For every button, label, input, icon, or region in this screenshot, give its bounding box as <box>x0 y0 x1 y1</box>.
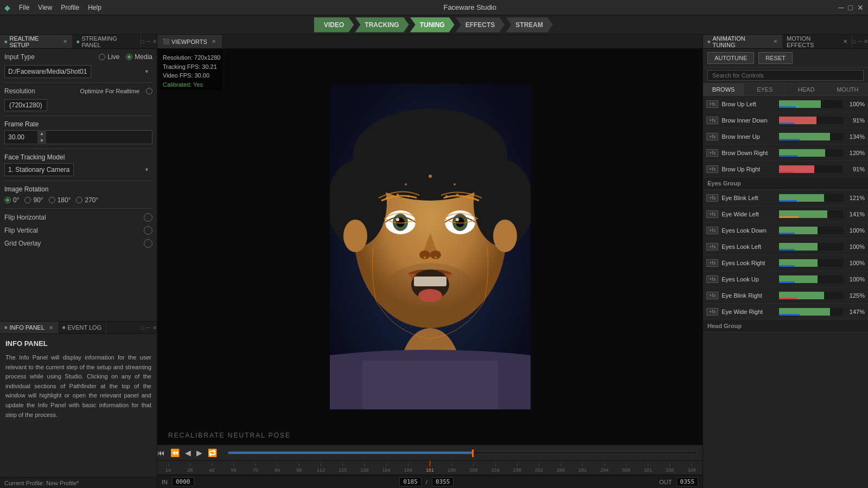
input-type-media[interactable]: Media <box>126 53 152 61</box>
optimize-radio[interactable] <box>146 88 152 94</box>
fx-button[interactable]: +fx <box>706 227 718 234</box>
anim-bar-container[interactable] <box>779 194 843 202</box>
fx-button[interactable]: +fx <box>706 259 718 267</box>
info-panel-minimize[interactable]: ─ <box>146 325 150 331</box>
fx-button[interactable]: +fx <box>706 165 718 173</box>
cat-mouth[interactable]: MOUTH <box>827 84 868 95</box>
anim-bar-container[interactable] <box>779 165 843 173</box>
reset-button[interactable]: RESET <box>758 52 793 64</box>
transport-play[interactable]: ▶ <box>196 448 202 457</box>
fx-button[interactable]: +fx <box>706 243 718 251</box>
rotation-180[interactable]: 180° <box>49 196 71 204</box>
frame-rate-input[interactable] <box>5 133 37 141</box>
close-button[interactable]: ✕ <box>857 3 864 12</box>
info-panel-float[interactable]: □ <box>141 325 144 331</box>
flip-horizontal-checkbox[interactable] <box>144 213 152 222</box>
rotation-0[interactable]: 0° <box>4 196 19 204</box>
menu-file[interactable]: File <box>19 4 29 11</box>
anim-bar-container[interactable] <box>779 227 843 234</box>
tab-info-panel[interactable]: ■ INFO PANEL ✕ <box>0 322 58 333</box>
frame-rate-up[interactable]: ▲ <box>37 130 46 137</box>
fx-button[interactable]: +fx <box>706 194 718 202</box>
anim-tuning-close[interactable]: ✕ <box>773 38 777 44</box>
right-panel-minimize[interactable]: ─ <box>858 38 861 44</box>
in-point[interactable]: 0000 <box>172 477 194 486</box>
fx-button[interactable]: +fx <box>706 133 718 140</box>
rotation-90[interactable]: 90° <box>24 196 43 204</box>
fx-button[interactable]: +fx <box>706 292 718 299</box>
cat-eyes[interactable]: EYES <box>744 84 786 95</box>
menu-profile[interactable]: Profile <box>61 4 79 11</box>
cat-head[interactable]: HEAD <box>786 84 827 95</box>
scrubber-track[interactable] <box>228 451 697 454</box>
anim-bar-container[interactable] <box>779 210 843 218</box>
left-panel-minimize[interactable]: ─ <box>146 38 150 44</box>
anim-bar-container[interactable] <box>779 259 843 267</box>
rotation-0-radio[interactable] <box>4 197 11 203</box>
timeline-mark: 238 <box>506 461 528 474</box>
viewport-close[interactable]: ✕ <box>212 38 216 44</box>
rotation-270-radio[interactable] <box>76 197 82 203</box>
tab-streaming-panel[interactable]: ■ STREAMING PANEL <box>72 35 141 48</box>
anim-bar-container[interactable] <box>779 117 843 124</box>
input-media-radio[interactable] <box>126 54 132 60</box>
rotation-270[interactable]: 270° <box>76 196 98 204</box>
pipeline-step-tracking[interactable]: TRACKING <box>355 17 409 33</box>
realtime-setup-close[interactable]: ✕ <box>63 38 67 44</box>
autotune-button[interactable]: AUTOTUNE <box>707 52 754 64</box>
cat-brows[interactable]: BROWS <box>703 84 744 95</box>
right-panel-float[interactable]: □ <box>852 38 856 44</box>
tab-event-log[interactable]: ■ EVENT LOG <box>58 322 106 333</box>
transport-loop[interactable]: 🔁 <box>208 448 217 457</box>
tab-realtime-setup[interactable]: ■ REALTIME SETUP ✕ <box>0 35 72 48</box>
tab-animation-tuning[interactable]: ■ ANIMATION TUNING ✕ <box>703 35 782 48</box>
fx-button[interactable]: +fx <box>706 117 718 124</box>
current-frame[interactable]: 0185 <box>399 477 422 486</box>
menu-view[interactable]: View <box>38 4 52 11</box>
grid-overlay-checkbox[interactable] <box>144 239 152 248</box>
anim-bar-container[interactable] <box>779 243 843 251</box>
tracking-model-dropdown[interactable]: 1. Stationary Camera <box>4 163 74 176</box>
fx-button[interactable]: +fx <box>706 308 718 316</box>
rotation-180-radio[interactable] <box>49 197 55 203</box>
anim-bar-container[interactable] <box>779 149 843 157</box>
fx-button[interactable]: +fx <box>706 275 718 283</box>
transport-step-back[interactable]: ⏪ <box>170 448 180 457</box>
timeline-mark: 349 <box>681 461 703 474</box>
pipeline-step-effects[interactable]: EFFECTS <box>456 17 505 33</box>
anim-bar-container[interactable] <box>779 292 843 299</box>
info-panel-close[interactable]: ✕ <box>49 325 53 331</box>
flip-vertical-checkbox[interactable] <box>144 226 152 235</box>
input-type-live[interactable]: Live <box>99 53 119 61</box>
pipeline-step-tuning[interactable]: TUNING <box>410 17 455 33</box>
right-panel-close[interactable]: ✕ <box>864 38 868 44</box>
left-panel-float[interactable]: □ <box>141 38 144 44</box>
fx-button[interactable]: +fx <box>706 149 718 157</box>
menu-help[interactable]: Help <box>88 4 101 11</box>
transport-play-reverse[interactable]: ◀ <box>185 448 191 457</box>
fx-button[interactable]: +fx <box>706 210 718 218</box>
recalibrate-label[interactable]: RECALIBRATE NEUTRAL POSE <box>168 432 291 439</box>
motion-effects-close[interactable]: ✕ <box>843 38 847 44</box>
pipeline-step-stream[interactable]: STREAM <box>506 17 553 33</box>
playhead[interactable] <box>472 450 474 457</box>
media-path-dropdown[interactable]: D:/Faceware/Media/Shot01 <box>4 65 91 78</box>
anim-bar-container[interactable] <box>779 133 843 140</box>
frame-rate-down[interactable]: ▼ <box>37 137 46 144</box>
rotation-90-radio[interactable] <box>24 197 31 203</box>
info-panel-close-btn[interactable]: ✕ <box>152 325 157 331</box>
search-input[interactable] <box>707 70 864 81</box>
out-point[interactable]: 0355 <box>676 477 699 486</box>
tab-viewports[interactable]: ⬛ VIEWPORTS ✕ <box>157 35 222 48</box>
minimize-button[interactable]: ─ <box>839 3 844 12</box>
left-panel-close[interactable]: ✕ <box>152 38 157 44</box>
input-live-radio[interactable] <box>99 54 105 60</box>
anim-bar-container[interactable] <box>779 100 843 108</box>
anim-bar-container[interactable] <box>779 275 843 283</box>
pipeline-step-video[interactable]: VIDEO <box>314 17 354 33</box>
tab-motion-effects[interactable]: MOTION EFFECTS ✕ <box>782 35 852 48</box>
fx-button[interactable]: +fx <box>706 100 718 108</box>
transport-skip-start[interactable]: ⏮ <box>157 448 165 457</box>
maximize-button[interactable]: □ <box>848 3 853 12</box>
anim-bar-container[interactable] <box>779 308 843 316</box>
